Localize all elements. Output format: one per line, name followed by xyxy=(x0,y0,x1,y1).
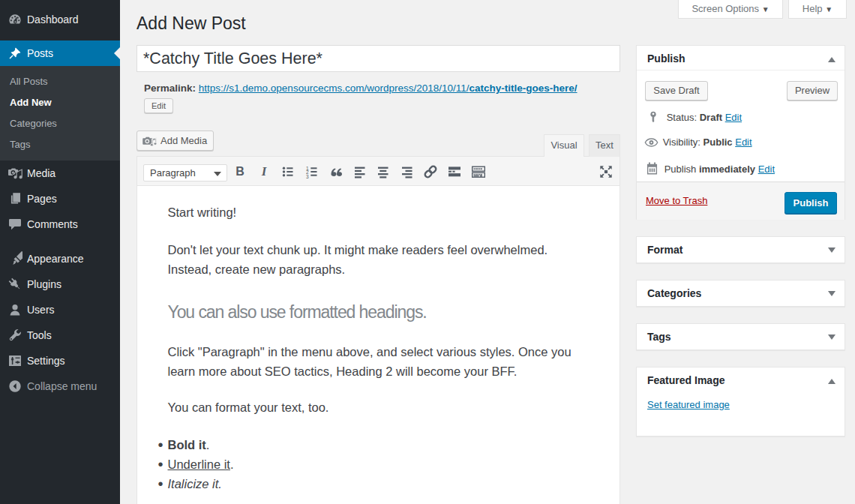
svg-text:3: 3 xyxy=(306,174,309,179)
svg-text:B: B xyxy=(236,165,244,178)
svg-text:I: I xyxy=(261,164,268,178)
